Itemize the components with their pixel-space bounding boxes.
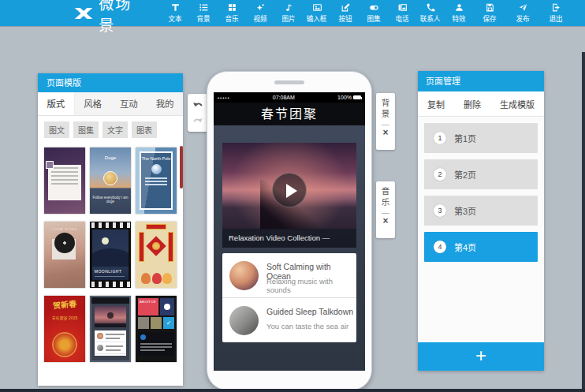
filter-text[interactable]: 文字 [102,121,128,138]
scrollbar-thumb[interactable] [180,146,183,189]
mini-card [95,330,126,356]
text-tile [138,332,174,356]
template-thumb-cny-gold[interactable] [136,222,177,288]
tab-mine[interactable]: 我的 [147,92,183,115]
template-thumb-doge[interactable]: Doge Follow everybody I am doge [90,147,131,214]
person-icon [454,2,464,13]
toolbar-gallery-button[interactable]: 图集 [360,0,388,26]
thumb-avatar [103,171,117,185]
toolbar-insert-group: 文本 背景 音乐 视频 图片 输入框 按钮 图集 [161,0,473,26]
app-logo: 微场景 [73,0,142,35]
tile [138,317,149,329]
template-thumb-relaxation-active[interactable] [90,296,131,362]
music-side-tab[interactable]: 音乐 × [376,181,395,238]
phone-screen: ••••• 07:08AM 100% 春节团聚 Relaxation Video… [214,92,365,371]
save-icon [485,2,495,13]
figure [141,273,151,284]
image-icon [312,2,322,13]
battery-icon [353,95,361,99]
copy-page-button[interactable]: 复制 [427,98,445,110]
toolbar-background-button[interactable]: 背景 [189,0,218,26]
page-item-1[interactable]: 1 第1页 [424,123,538,153]
toolbar-image-button[interactable]: 图片 [274,0,303,26]
exit-button[interactable]: 退出 [539,0,572,26]
tab-interactive[interactable]: 互动 [111,92,147,115]
toolbar-input-button[interactable]: 输入框 [303,0,331,26]
mini-titlebar [91,297,129,304]
generate-template-button[interactable]: 生成模版 [500,98,535,110]
history-box [188,94,208,132]
fu-seal [152,242,160,250]
check-tile: ✓ [163,317,174,329]
toolbar-button-button[interactable]: 按钮 [331,0,360,26]
thumb-avatar [151,164,162,174]
figure [152,273,162,284]
filter-image-text[interactable]: 图文 [44,121,69,138]
vinyl-record [54,233,75,253]
film-holes [90,222,131,228]
list-item-avatar [229,261,259,290]
gold-ornament [54,334,76,356]
template-thumb-love-song[interactable]: LOVE SONG [44,222,85,288]
page-title[interactable]: 春节团聚 [214,103,365,125]
template-thumb-purple-card[interactable] [44,147,85,214]
tab-style[interactable]: 风格 [75,92,111,115]
toggle-icon [369,2,379,13]
edit-icon [341,2,351,13]
template-thumb-metro-tiles[interactable]: ABOUT US ✓ [136,296,177,362]
tab-layout[interactable]: 版式 [38,92,75,115]
close-icon[interactable]: × [382,216,388,226]
thumb-frame: The North Pole [140,151,173,210]
publish-button[interactable]: 发布 [506,0,539,26]
audio-list-card[interactable]: Soft Calming with Ocean Relaxing music w… [222,253,356,342]
video-element[interactable]: Relaxation Video Collection — [222,143,356,248]
page-item-2[interactable]: 2 第2页 [424,159,538,189]
couplet [168,232,173,262]
phone-speaker [274,80,304,84]
toolbar-video-button[interactable]: 视频 [246,0,274,26]
add-page-button[interactable]: + [418,342,544,371]
toolbar-contacts-button[interactable]: 联系人 [416,0,445,26]
list-icon [199,2,209,13]
video-caption: Relaxation Video Collection — [222,229,356,248]
redo-icon[interactable] [192,116,203,125]
toolbar-music-button[interactable]: 音乐 [218,0,246,26]
mini-video [95,306,126,327]
template-tabs: 版式 风格 互动 我的 [38,92,183,116]
template-grid: Doge Follow everybody I am doge The Nort… [38,141,183,368]
workspace: 页面模版 版式 风格 互动 我的 图文 图集 文字 图表 Doge Follow… [0,26,585,392]
banner [146,224,166,230]
undo-icon[interactable] [192,100,203,110]
save-button[interactable]: 保存 [473,0,506,26]
template-filters: 图文 图集 文字 图表 [38,116,183,141]
delete-page-button[interactable]: 删除 [464,98,481,110]
toolbar-effects-button[interactable]: 特效 [445,0,473,26]
toolbar-phone-button[interactable]: 电话 [388,0,416,26]
phone-statusbar: ••••• 07:08AM 100% [214,92,365,103]
template-panel-title: 页面模版 [38,73,183,92]
background-side-tab[interactable]: 背景 × [376,93,395,150]
page-item-3[interactable]: 3 第3页 [424,196,538,226]
template-thumb-north-pole[interactable]: The North Pole [136,147,177,214]
list-item-avatar [229,306,259,335]
thumb-avatar [46,161,54,169]
text-icon [170,2,181,13]
play-icon[interactable] [272,173,307,207]
template-thumb-moonlight[interactable]: MOONLIGHT [90,222,131,288]
status-time: 07:08AM [230,95,338,100]
list-item[interactable]: Guided Sleep Talkdown You can taste the … [222,297,356,342]
logo-text: 微场景 [99,0,142,35]
page-manager-title: 页面管理 [418,71,544,91]
mini-play-icon [107,312,114,319]
music-note-icon [284,2,294,13]
tile [151,317,162,329]
page-list: 1 第1页 2 第2页 3 第3页 4 第4页 [418,117,544,274]
toolbar-text-button[interactable]: 文本 [161,0,189,26]
close-icon[interactable]: × [382,128,388,137]
list-item[interactable]: Soft Calming with Ocean Relaxing music w… [222,253,356,297]
page-item-4[interactable]: 4 第4页 [424,232,538,262]
filter-gallery[interactable]: 图集 [73,121,99,138]
exit-icon [551,2,561,13]
template-thumb-he-xin-chun[interactable]: 贺新春 羊年贺岁 2015 [44,296,85,362]
filter-chart[interactable]: 图表 [132,121,157,138]
